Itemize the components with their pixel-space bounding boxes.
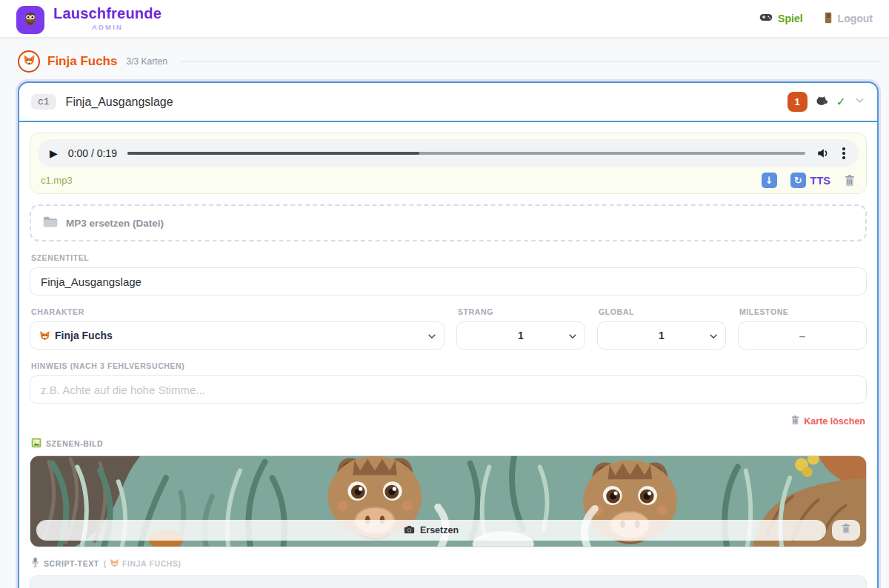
picture-frame-icon	[31, 438, 41, 450]
audio-actions: ↓ ↻ TTS	[762, 173, 856, 188]
meta-fields-row: CHARAKTER Finja Fuchs	[30, 307, 867, 350]
audio-delete-button[interactable]	[844, 174, 856, 187]
logout-label: Logout	[838, 13, 873, 24]
app-title: Lauschfreunde	[53, 5, 162, 21]
owl-icon	[22, 10, 39, 30]
fox-icon	[23, 54, 36, 69]
door-icon	[824, 12, 833, 26]
charakter-value: Finja Fuchs	[55, 330, 113, 341]
hinweis-label: HINWEIS (NACH 3 FEHLVERSUCHEN)	[31, 361, 865, 370]
script-speaker-name: FINJA FUCHS	[122, 559, 179, 568]
card-id-badge: c1	[31, 94, 56, 110]
tts-button[interactable]: ↻ TTS	[790, 173, 830, 188]
szenentitel-label: SZENENTITEL	[31, 253, 865, 262]
strang-label: STRANG	[458, 307, 584, 316]
audio-progress-track[interactable]	[127, 152, 805, 155]
app-subtitle: ADMIN	[53, 23, 162, 31]
szenentitel-input[interactable]	[30, 267, 867, 295]
card-header-right: 1 ✓	[788, 92, 865, 112]
volume-icon[interactable]	[816, 146, 830, 161]
boar-icon	[816, 95, 828, 109]
fox-icon	[110, 558, 119, 569]
trash-icon	[790, 415, 800, 428]
script-text-label-row: SCRIPT-TEXT ( FINJA FUCHS )	[31, 557, 865, 569]
script-speaker: ( FINJA FUCHS )	[104, 558, 182, 569]
script-speaker-paren-close: )	[179, 559, 182, 568]
play-button[interactable]: ▶	[50, 148, 58, 158]
strand-count-badge: 1	[788, 92, 808, 112]
hinweis-input[interactable]	[30, 375, 867, 404]
spiel-link[interactable]: Spiel	[759, 13, 802, 24]
milestone-field: MILESTONE	[738, 307, 867, 350]
delete-card-button[interactable]: Karte löschen	[31, 415, 865, 428]
spiel-label: Spiel	[778, 13, 802, 24]
brand: Lauschfreunde ADMIN	[16, 3, 162, 34]
logout-link[interactable]: Logout	[824, 12, 873, 26]
card-header[interactable]: c1 Finja_Ausgangslage 1 ✓	[19, 83, 877, 122]
check-icon: ✓	[836, 95, 846, 109]
mp3-replace-dropzone[interactable]: MP3 ersetzen (Datei)	[30, 204, 867, 241]
app-logo	[16, 6, 44, 34]
brand-text: Lauschfreunde ADMIN	[53, 3, 162, 31]
image-replace-button[interactable]: Ersetzen	[36, 520, 826, 541]
character-section-header: Finja Fuchs 3/3 Karten	[18, 50, 879, 73]
charakter-label: CHARAKTER	[31, 307, 443, 316]
cards-count: 3/3 Karten	[126, 56, 167, 67]
character-avatar	[18, 50, 40, 73]
strang-field: STRANG 1	[456, 307, 585, 350]
scene-image-label-row: SZENEN-BILD	[31, 438, 865, 450]
audio-footer: c1.mp3 ↓ ↻ TTS	[38, 173, 859, 188]
chevron-down-icon	[567, 331, 578, 344]
global-field: GLOBAL 1	[597, 307, 726, 350]
image-replace-label: Ersetzen	[420, 525, 459, 535]
strang-select[interactable]: 1	[456, 321, 585, 350]
kebab-menu-icon[interactable]	[841, 146, 847, 161]
script-speaker-paren: (	[104, 559, 107, 568]
audio-progress-played	[127, 152, 419, 155]
global-label: GLOBAL	[599, 307, 725, 316]
fox-icon	[39, 330, 50, 341]
global-value: 1	[659, 330, 665, 341]
charakter-field: CHARAKTER Finja Fuchs	[30, 307, 444, 350]
audio-filename: c1.mp3	[41, 175, 73, 186]
microphone-icon	[31, 557, 39, 569]
script-text-label: SCRIPT-TEXT	[44, 559, 99, 568]
main-content: Finja Fuchs 3/3 Karten c1 Finja_Ausgangs…	[0, 37, 889, 588]
scene-image-label: SZENEN-BILD	[46, 439, 103, 448]
gamepad-icon	[759, 13, 773, 24]
audio-time: 0:00 / 0:19	[68, 147, 117, 159]
chevron-down-icon	[708, 331, 719, 344]
scene-image: Ersetzen	[30, 455, 867, 547]
charakter-select[interactable]: Finja Fuchs	[30, 321, 444, 350]
refresh-icon: ↻	[790, 173, 806, 188]
milestone-label: MILESTONE	[739, 307, 865, 316]
character-name: Finja Fuchs	[47, 54, 117, 69]
audio-block: ▶ 0:00 / 0:19 c1.mp3	[30, 133, 867, 194]
strang-value: 1	[518, 330, 524, 341]
download-icon: ↓	[765, 175, 773, 186]
milestone-input[interactable]	[738, 321, 867, 350]
image-delete-button[interactable]	[832, 520, 860, 541]
trash-icon	[841, 523, 851, 538]
tts-label: TTS	[810, 175, 830, 187]
scene-card: c1 Finja_Ausgangslage 1 ✓	[18, 81, 879, 588]
card-title: Finja_Ausgangslage	[66, 96, 778, 109]
script-text-area[interactable]: Oh, hallo Kinder! Könnt ihr das glauben?…	[30, 575, 867, 588]
top-bar: Lauschfreunde ADMIN Spiel	[0, 0, 889, 37]
section-divider	[181, 61, 879, 62]
delete-card-label: Karte löschen	[804, 416, 865, 427]
chevron-down-icon	[427, 331, 437, 344]
folder-icon	[43, 216, 58, 230]
card-body: ▶ 0:00 / 0:19 c1.mp3	[19, 122, 877, 588]
download-button[interactable]: ↓	[762, 173, 777, 188]
chevron-down-icon[interactable]	[854, 95, 865, 109]
top-nav: Spiel Logout	[759, 12, 873, 26]
mp3-replace-label: MP3 ersetzen (Datei)	[66, 218, 164, 229]
audio-player: ▶ 0:00 / 0:19	[38, 139, 859, 167]
camera-icon	[404, 525, 415, 536]
global-select[interactable]: 1	[597, 321, 726, 350]
